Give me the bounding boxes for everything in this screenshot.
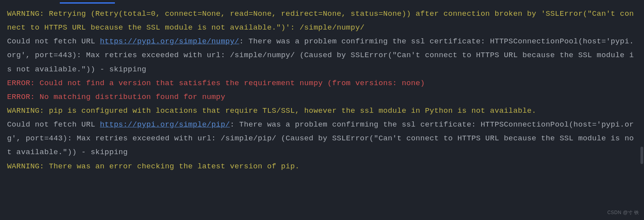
console-line: WARNING: Retrying (Retry(total=0, connec… (7, 7, 637, 35)
terminal-output: WARNING: Retrying (Retry(total=0, connec… (7, 7, 637, 173)
info-text: Could not fetch URL (7, 120, 100, 129)
console-line: Could not fetch URL https://pypi.org/sim… (7, 35, 637, 76)
warning-text: WARNING: Retrying (Retry(total=0, connec… (7, 9, 634, 32)
console-line: ERROR: No matching distribution found fo… (7, 90, 637, 104)
url-link[interactable]: https://pypi.org/simple/numpy/ (100, 37, 239, 46)
warning-text: WARNING: pip is configured with location… (7, 106, 536, 115)
error-text: ERROR: Could not find a version that sat… (7, 79, 425, 88)
console-line: ERROR: Could not find a version that sat… (7, 76, 637, 90)
watermark: CSDN @寸 铁 (607, 208, 639, 217)
console-line: WARNING: pip is configured with location… (7, 104, 637, 118)
console-line: WARNING: There was an error checking the… (7, 160, 637, 173)
scrollbar-thumb[interactable] (640, 147, 643, 164)
error-text: ERROR: No matching distribution found fo… (7, 93, 225, 101)
console-line: Could not fetch URL https://pypi.org/sim… (7, 118, 637, 159)
active-tab-indicator (60, 2, 115, 4)
warning-text: WARNING: There was an error checking the… (7, 162, 300, 171)
url-link[interactable]: https://pypi.org/simple/pip/ (100, 120, 230, 129)
info-text: Could not fetch URL (7, 37, 100, 46)
